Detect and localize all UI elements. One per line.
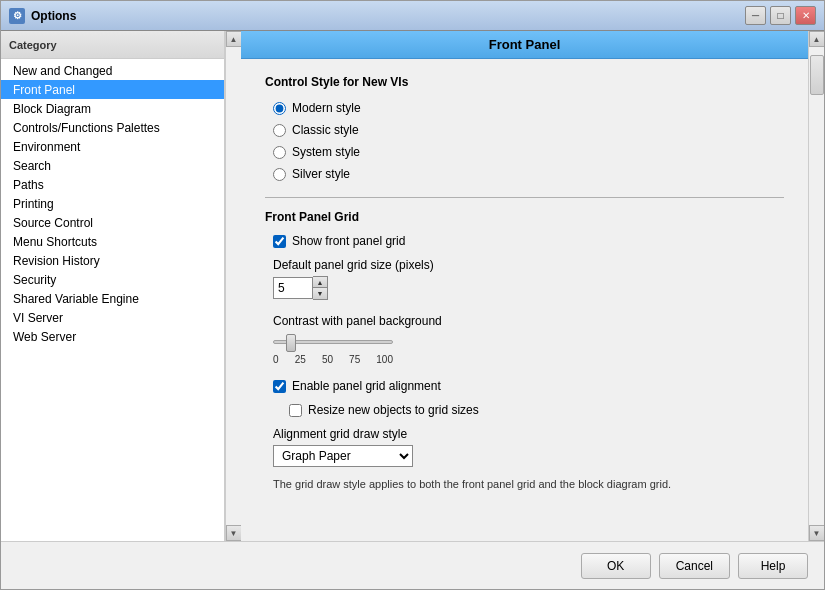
close-button[interactable]: ✕ <box>795 6 816 25</box>
sidebar-item-new-and-changed[interactable]: New and Changed <box>1 61 224 80</box>
spin-buttons: ▲ ▼ <box>313 276 328 300</box>
sidebar-item-menu-shortcuts[interactable]: Menu Shortcuts <box>1 232 224 251</box>
spin-box <box>273 277 313 299</box>
info-text: The grid draw style applies to both the … <box>265 477 784 492</box>
radio-classic-style[interactable]: Classic style <box>273 123 784 137</box>
window-title: Options <box>31 9 745 23</box>
slider-track <box>273 332 393 352</box>
help-button[interactable]: Help <box>738 553 808 579</box>
radio-silver-style[interactable]: Silver style <box>273 167 784 181</box>
radio-modern-style[interactable]: Modern style <box>273 101 784 115</box>
contrast-slider-container: 0 25 50 75 100 <box>265 332 784 365</box>
cancel-button[interactable]: Cancel <box>659 553 730 579</box>
minimize-button[interactable]: ─ <box>745 6 766 25</box>
sidebar-item-printing[interactable]: Printing <box>1 194 224 213</box>
sidebar-item-block-diagram[interactable]: Block Diagram <box>1 99 224 118</box>
panel-header: Front Panel <box>241 31 808 59</box>
panel-body: Control Style for New VIs Modern style C… <box>241 59 808 541</box>
sidebar-item-search[interactable]: Search <box>1 156 224 175</box>
main-content: Category New and Changed Front Panel Blo… <box>1 31 824 541</box>
enable-alignment-checkbox[interactable] <box>273 380 286 393</box>
category-sidebar: Category New and Changed Front Panel Blo… <box>1 31 225 541</box>
window-icon: ⚙ <box>9 8 25 24</box>
sidebar-list: New and Changed Front Panel Block Diagra… <box>1 59 224 541</box>
slider-labels: 0 25 50 75 100 <box>273 354 393 365</box>
resize-objects-row[interactable]: Resize new objects to grid sizes <box>265 403 784 417</box>
panel-scrollbar[interactable]: ▲ ▼ <box>808 31 824 541</box>
panel-scroll-down[interactable]: ▼ <box>809 525 825 541</box>
slider-thumb[interactable] <box>286 334 296 352</box>
right-panel-container: Front Panel Control Style for New VIs Mo… <box>241 31 824 541</box>
sidebar-scroll-up[interactable]: ▲ <box>226 31 242 47</box>
sidebar-item-environment[interactable]: Environment <box>1 137 224 156</box>
show-grid-checkbox[interactable] <box>273 235 286 248</box>
contrast-label: Contrast with panel background <box>265 314 784 328</box>
panel-scrollbar-thumb[interactable] <box>810 55 824 95</box>
sidebar-item-front-panel[interactable]: Front Panel <box>1 80 224 99</box>
sidebar-item-revision-history[interactable]: Revision History <box>1 251 224 270</box>
show-grid-row[interactable]: Show front panel grid <box>265 234 784 248</box>
dropdown-row: Graph Paper Dots Lines <box>265 445 784 467</box>
maximize-button[interactable]: □ <box>770 6 791 25</box>
radio-silver-input[interactable] <box>273 168 286 181</box>
slider-bar[interactable] <box>273 340 393 344</box>
sidebar-item-source-control[interactable]: Source Control <box>1 213 224 232</box>
radio-system-input[interactable] <box>273 146 286 159</box>
radio-modern-input[interactable] <box>273 102 286 115</box>
radio-system-style[interactable]: System style <box>273 145 784 159</box>
control-style-radio-group: Modern style Classic style System style <box>265 101 784 181</box>
sidebar-header: Category <box>1 31 224 59</box>
sidebar-item-security[interactable]: Security <box>1 270 224 289</box>
right-panel: Front Panel Control Style for New VIs Mo… <box>241 31 808 541</box>
panel-scroll-up[interactable]: ▲ <box>809 31 825 47</box>
sidebar-item-paths[interactable]: Paths <box>1 175 224 194</box>
enable-alignment-row[interactable]: Enable panel grid alignment <box>265 379 784 393</box>
options-window: ⚙ Options ─ □ ✕ Category New and Changed… <box>0 0 825 590</box>
title-bar: ⚙ Options ─ □ ✕ <box>1 1 824 31</box>
draw-style-label: Alignment grid draw style <box>265 427 784 441</box>
default-size-label: Default panel grid size (pixels) <box>265 258 784 272</box>
sidebar-item-vi-server[interactable]: VI Server <box>1 308 224 327</box>
control-style-section-title: Control Style for New VIs <box>265 75 784 89</box>
spin-row: ▲ ▼ <box>265 276 784 300</box>
grid-size-input[interactable] <box>278 281 306 295</box>
sidebar-item-controls-functions[interactable]: Controls/Functions Palettes <box>1 118 224 137</box>
sidebar-item-shared-variable[interactable]: Shared Variable Engine <box>1 289 224 308</box>
resize-objects-checkbox[interactable] <box>289 404 302 417</box>
title-bar-buttons: ─ □ ✕ <box>745 6 816 25</box>
sidebar-panel: Category New and Changed Front Panel Blo… <box>1 31 241 541</box>
section-divider <box>265 197 784 198</box>
ok-button[interactable]: OK <box>581 553 651 579</box>
draw-style-select[interactable]: Graph Paper Dots Lines <box>273 445 413 467</box>
sidebar-item-web-server[interactable]: Web Server <box>1 327 224 346</box>
footer: OK Cancel Help <box>1 541 824 589</box>
spin-down-button[interactable]: ▼ <box>313 288 327 299</box>
grid-section-title: Front Panel Grid <box>265 210 784 224</box>
sidebar-scroll-down[interactable]: ▼ <box>226 525 242 541</box>
radio-classic-input[interactable] <box>273 124 286 137</box>
sidebar-scrollbar[interactable]: ▲ ▼ <box>225 31 241 541</box>
spin-up-button[interactable]: ▲ <box>313 277 327 288</box>
